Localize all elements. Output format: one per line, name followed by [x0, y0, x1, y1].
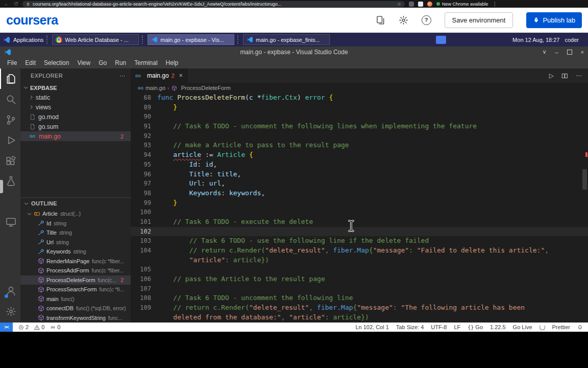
save-environment-button[interactable]: Save environment	[445, 12, 513, 28]
problems-errors[interactable]: 2	[18, 324, 29, 330]
activity-source-control[interactable]	[0, 109, 20, 130]
activity-settings[interactable]	[0, 301, 20, 321]
menu-file[interactable]: File	[3, 59, 21, 66]
code-line-95[interactable]: 95 Id: id,	[131, 160, 588, 170]
activity-testing[interactable]	[0, 171, 20, 191]
menu-edit[interactable]: Edit	[21, 59, 40, 66]
activity-explorer[interactable]	[0, 68, 20, 89]
bookmark-star-icon[interactable]: ☆	[397, 2, 401, 7]
breadcrumb-ProcessDeleteForm[interactable]: ProcessDeleteForm	[172, 85, 231, 91]
outline-item-ProcessDeleteForm[interactable]: ProcessDeleteFormfunc(c...2	[20, 275, 131, 285]
editor-scrollbar[interactable]	[582, 169, 587, 190]
explorer-item-go.mod[interactable]: go.mod	[20, 112, 131, 122]
status-go-live[interactable]: Go Live	[513, 324, 532, 330]
panel-reveal-handle[interactable]	[0, 180, 3, 193]
copy-icon[interactable]	[376, 15, 385, 25]
applications-menu-icon[interactable]	[3, 36, 10, 43]
menu-help[interactable]: Help	[162, 59, 183, 66]
problems-warnings[interactable]: 0	[34, 324, 44, 330]
breadcrumb-main.go[interactable]: GOmain.go	[138, 85, 165, 91]
status-indentation[interactable]: Tab Size: 4	[396, 324, 424, 330]
code-line-96[interactable]: 96 Title: title,	[131, 170, 588, 179]
status-eol[interactable]: LF	[454, 324, 460, 330]
code-line-108[interactable]: 108 // Task 6 TODO - uncomment the follo…	[131, 293, 588, 303]
coursera-logo[interactable]: coursera	[6, 13, 58, 28]
code-line-wrap[interactable]: "article": article})	[131, 256, 588, 265]
minimize-icon[interactable]: –	[555, 49, 558, 55]
outline-item-ProcessSearchForm[interactable]: ProcessSearchFormfunc(c *fi...	[20, 285, 131, 294]
tab-close-icon[interactable]: ×	[179, 72, 183, 79]
outline-header[interactable]: OUTLINE	[20, 197, 131, 209]
status-prettier[interactable]: Prettier	[552, 324, 570, 330]
menu-terminal[interactable]: Terminal	[130, 59, 161, 66]
activity-account[interactable]	[0, 281, 20, 301]
status-language-mode[interactable]: {}Go	[468, 324, 483, 330]
code-line-92[interactable]: 92	[131, 131, 588, 141]
status-notifications[interactable]	[577, 325, 583, 330]
taskbar-clock[interactable]: Mon 12 Aug, 18:27	[512, 37, 559, 43]
code-line-91[interactable]: 91 // Task 6 TODO - uncomment the follow…	[131, 122, 588, 131]
taskbar-window-0[interactable]: Web Article Database - ...	[52, 34, 139, 45]
menu-go[interactable]: Go	[94, 59, 111, 66]
help-icon[interactable]: ?	[422, 15, 431, 25]
chrome-update-button[interactable]: New Chrome available	[436, 2, 488, 7]
applications-menu[interactable]: Applications	[13, 37, 43, 43]
outline-item-Url[interactable]: Urlstring	[20, 238, 131, 247]
explorer-actions-icon[interactable]: ⋯	[120, 73, 126, 79]
status-cursor-position[interactable]: Ln 102, Col 1	[355, 324, 388, 330]
outline-item-RenderMainPage[interactable]: RenderMainPagefunc(c *fiber...	[20, 257, 131, 266]
code-line-98[interactable]: 98 Keywords: keywords,	[131, 189, 588, 198]
explorer-item-main.go[interactable]: GOmain.go2	[20, 131, 131, 141]
code-line-99[interactable]: 99 }	[131, 198, 588, 208]
taskbar-window-1[interactable]: main.go - expbase - Vis...	[148, 34, 234, 45]
publish-lab-button[interactable]: Publish lab	[526, 12, 582, 28]
split-editor-icon[interactable]	[561, 73, 568, 79]
editor-more-icon[interactable]: ⋯	[576, 72, 582, 79]
outline-item-main[interactable]: mainfunc()	[20, 294, 131, 304]
ports-indicator[interactable]: 0	[50, 324, 60, 330]
code-line-90[interactable]: 90	[131, 112, 588, 122]
code-line-103[interactable]: 103 // Task 6 TODO - use the following l…	[131, 236, 588, 246]
browser-profile-avatar[interactable]	[427, 2, 432, 7]
code-line-97[interactable]: 97 Url: url,	[131, 179, 588, 189]
code-line-105[interactable]: 105	[131, 265, 588, 274]
explorer-item-go.sum[interactable]: go.sum	[20, 122, 131, 131]
maximize-icon[interactable]	[567, 50, 572, 55]
taskbar-window-2[interactable]: main.go - expbase_finis...	[243, 34, 330, 45]
remote-indicator[interactable]: ><	[0, 323, 13, 332]
outline-item-connectDB[interactable]: connectDBfunc() (*sql.DB, error)	[20, 304, 131, 313]
code-line-100[interactable]: 100	[131, 208, 588, 217]
code-line-wrap[interactable]: deleted from the database:", "article": …	[131, 313, 588, 323]
menu-view[interactable]: View	[73, 59, 94, 66]
menu-run[interactable]: Run	[111, 59, 130, 66]
activity-run-debug[interactable]	[0, 130, 20, 150]
explorer-root-expbase[interactable]: EXPBASE	[20, 83, 131, 93]
extensions-icon[interactable]	[409, 2, 414, 7]
explorer-item-static[interactable]: static	[20, 93, 131, 102]
activity-extensions[interactable]	[0, 150, 20, 171]
url-bar[interactable]: coursera.org/teach/relational-database-g…	[22, 1, 405, 7]
code-editor[interactable]: 68func ProcessDeleteForm(c *fiber.Ctx) e…	[131, 93, 588, 323]
code-line-89[interactable]: 89 }	[131, 103, 588, 112]
code-line-109[interactable]: 109 // return c.Render("delete_result", …	[131, 303, 588, 313]
code-line-93[interactable]: 93 // make a Article to pass to the resu…	[131, 141, 588, 150]
outline-item-Id[interactable]: Idstring	[20, 219, 131, 228]
gear-icon[interactable]	[399, 15, 408, 25]
code-line-104[interactable]: 104 // return c.Render("delete_result", …	[131, 246, 588, 256]
code-line-68[interactable]: 68func ProcessDeleteForm(c *fiber.Ctx) e…	[131, 93, 588, 103]
outline-item-transformKeywordString[interactable]: transformKeywordStringfunc...	[20, 313, 131, 323]
activity-search[interactable]	[0, 89, 20, 109]
status-go-version[interactable]: 1.22.5	[490, 324, 506, 330]
layout-toggle-icon[interactable]: ∨	[542, 49, 546, 55]
explorer-item-views[interactable]: views	[20, 102, 131, 112]
code-line-94[interactable]: 94 article := Article {	[131, 150, 588, 160]
outline-item-ProcessAddForm[interactable]: ProcessAddFormfunc(c *fiber...	[20, 266, 131, 275]
outline-item-Keywords[interactable]: Keywordsstring	[20, 247, 131, 257]
menu-selection[interactable]: Selection	[40, 59, 73, 66]
reload-icon[interactable]	[14, 2, 18, 6]
tab-main-go[interactable]: GO main.go 2 ×	[131, 68, 188, 83]
code-line-102[interactable]: 102	[131, 227, 588, 237]
code-line-101[interactable]: 101 // Task 6 TODO - execute the delete	[131, 217, 588, 227]
status-sync-spinner[interactable]	[540, 325, 545, 330]
back-icon[interactable]: ←	[4, 2, 9, 7]
